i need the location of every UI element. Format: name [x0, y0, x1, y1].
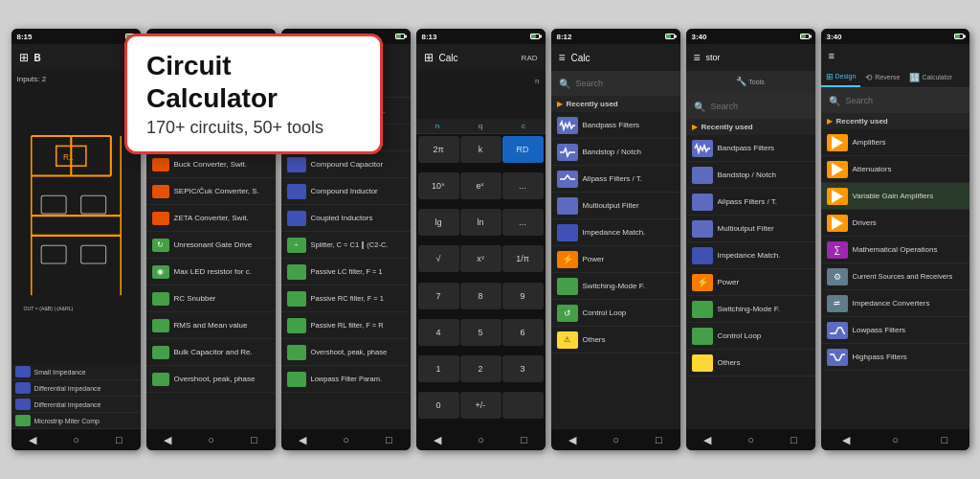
recent-nav-7[interactable]: □ — [942, 434, 948, 445]
home-nav-1[interactable]: ○ — [73, 434, 79, 445]
tab-calculator[interactable]: 🔢 Calculator — [904, 67, 957, 87]
list-item[interactable]: Differential Impedance — [11, 397, 141, 413]
list-item[interactable]: Lowpass Filter Param. — [281, 366, 411, 393]
back-nav-2[interactable]: ◀ — [164, 434, 171, 446]
list-item[interactable]: Microstrip Miter Comp — [11, 413, 141, 429]
calc-btn-9[interactable]: 9 — [502, 283, 544, 309]
list-item[interactable]: ÷ Splitter, C = C1 ‖ (C2-C. — [281, 232, 411, 259]
list-item[interactable]: Control Loop — [686, 323, 815, 350]
grid-icon-1[interactable]: ⊞ — [19, 51, 29, 64]
list-item-vga[interactable]: Variable Gain Amplifiers — [821, 183, 969, 210]
calc-mem-btn[interactable]: q — [459, 119, 502, 133]
recent-nav-3[interactable]: □ — [386, 434, 392, 445]
calc-btn-7[interactable]: 7 — [418, 283, 459, 309]
list-item[interactable]: Bulk Capacitor and Re. — [146, 339, 276, 366]
calc-btn-sqrt[interactable]: √ — [418, 245, 459, 272]
list-item-drivers[interactable]: Drivers — [821, 210, 969, 237]
calc-btn-2pi[interactable]: 2π — [418, 136, 459, 163]
back-nav-4[interactable]: ◀ — [434, 434, 441, 446]
list-item[interactable]: Small Impedance — [11, 364, 141, 380]
list-item[interactable]: ◉ Max LED resistor for c. — [146, 259, 276, 285]
back-nav-5[interactable]: ◀ — [568, 434, 576, 446]
calc-btn-plusminus[interactable]: +/- — [460, 392, 501, 419]
list-item-highpass[interactable]: Highpass Filters — [821, 344, 969, 371]
home-nav-3[interactable]: ○ — [343, 434, 349, 445]
list-item[interactable]: Compound Inductor — [281, 178, 411, 205]
menu-icon-6[interactable]: ≡ — [694, 51, 701, 64]
recent-nav-4[interactable]: □ — [521, 434, 527, 445]
calc-btn-dots[interactable]: ... — [502, 172, 544, 199]
calc-btn-3[interactable]: 3 — [502, 355, 544, 382]
back-nav-1[interactable]: ◀ — [29, 434, 36, 446]
list-item-lowpass[interactable]: Lowpass Filters — [821, 317, 969, 344]
search-input-6[interactable] — [711, 102, 815, 111]
calc-btn-8[interactable]: 8 — [460, 283, 501, 309]
menu-icon-7[interactable]: ≡ — [829, 50, 835, 61]
back-nav-7[interactable]: ◀ — [842, 434, 850, 446]
home-nav-4[interactable]: ○ — [478, 434, 484, 445]
list-item[interactable]: Bandstop / Notch — [686, 162, 815, 189]
recent-nav-6[interactable]: □ — [791, 434, 797, 445]
list-item-attenuators[interactable]: Attenuators — [821, 156, 969, 183]
calc-btn-k[interactable]: k — [460, 136, 501, 163]
list-item[interactable]: Impedance Match. — [686, 242, 815, 269]
calc-btn-rd[interactable]: RD — [502, 136, 544, 163]
list-item-impedance[interactable]: ⇌ Impedance Converters — [821, 290, 969, 317]
list-item[interactable]: Coupled Inductors — [281, 205, 411, 232]
list-item[interactable]: Passive RL filter, F = R — [281, 312, 411, 339]
calc-btn-6[interactable]: 6 — [502, 319, 544, 346]
list-item[interactable]: Differential Impedance — [11, 380, 141, 397]
back-nav-3[interactable]: ◀ — [299, 434, 306, 446]
recent-nav-1[interactable]: □ — [116, 434, 122, 445]
calc-btn-1pi[interactable]: 1/π — [502, 245, 544, 272]
list-item[interactable]: Compound Capacitor — [281, 151, 411, 178]
home-nav-7[interactable]: ○ — [892, 434, 899, 445]
tab-tools[interactable]: 🔧 Tools — [686, 71, 815, 94]
tab-design[interactable]: ⊞ Design — [821, 67, 861, 87]
list-item[interactable]: ⚡ Power — [551, 246, 680, 273]
list-item[interactable]: Switching-Mode F. — [551, 273, 680, 300]
list-item[interactable]: Overshoot, peak, phase — [281, 339, 411, 366]
recent-nav-2[interactable]: □ — [251, 434, 257, 445]
calc-btn-2[interactable]: 2 — [460, 355, 501, 382]
list-item-current[interactable]: ⚙ Current Sources and Receivers — [821, 263, 969, 290]
list-item[interactable]: Bandpass Filters — [551, 112, 680, 139]
recent-nav-5[interactable]: □ — [656, 434, 662, 445]
list-item[interactable]: Passive RC filter, F = 1 — [281, 285, 411, 312]
calc-btn-xy[interactable]: xʸ — [460, 245, 501, 272]
back-nav-6[interactable]: ◀ — [703, 434, 711, 446]
home-nav-6[interactable]: ○ — [747, 434, 754, 445]
calc-btn-0[interactable]: 0 — [418, 392, 459, 419]
list-item-amplifiers[interactable]: Amplifiers — [821, 129, 969, 156]
calc-btn-dots2[interactable]: ... — [502, 209, 544, 236]
grid-icon-4[interactable]: ⊞ — [424, 51, 434, 64]
list-item[interactable]: Multioutput Filter — [686, 216, 815, 242]
list-item[interactable]: Multioutput Filter — [551, 193, 680, 219]
calc-btn-ln[interactable]: ln — [460, 209, 501, 236]
list-item[interactable]: Bandstop / Notch — [551, 139, 680, 166]
list-item[interactable]: ⚠ Others — [551, 327, 680, 354]
list-item[interactable]: ⚡ Power — [686, 269, 815, 296]
calc-btn-ex[interactable]: eˣ — [460, 172, 501, 199]
home-nav-2[interactable]: ○ — [208, 434, 214, 445]
list-item[interactable]: RMS and Mean value — [146, 312, 276, 339]
calc-btn-5[interactable]: 5 — [460, 319, 501, 346]
list-item[interactable]: Bandpass Filters — [686, 135, 815, 162]
list-item[interactable]: Others — [686, 350, 815, 376]
list-item-math[interactable]: ∑ Mathematical Operations — [821, 237, 969, 263]
list-item[interactable]: Buck Converter, Swit. — [146, 151, 276, 178]
search-input-7[interactable] — [846, 96, 962, 105]
calc-mem-btn[interactable]: n — [416, 119, 459, 133]
calc-btn-1[interactable]: 1 — [418, 355, 459, 382]
list-item[interactable]: ↻ Unresonant Gate Drive — [146, 232, 276, 259]
calc-btn-lg[interactable]: lg — [418, 209, 459, 236]
list-item[interactable]: Allpass Filters / T. — [551, 166, 680, 193]
list-item[interactable]: Switching-Mode F. — [686, 296, 815, 323]
list-item[interactable]: ↺ Control Loop — [551, 300, 680, 327]
list-item[interactable]: Impedance Match. — [551, 219, 680, 246]
home-nav-5[interactable]: ○ — [612, 434, 619, 445]
list-item[interactable]: SEPIC/Čuk Converter, S. — [146, 178, 276, 205]
list-item[interactable]: Passive LC filter, F = 1 — [281, 259, 411, 285]
search-input-5[interactable] — [576, 79, 680, 88]
list-item[interactable]: RC Snubber — [146, 285, 276, 312]
